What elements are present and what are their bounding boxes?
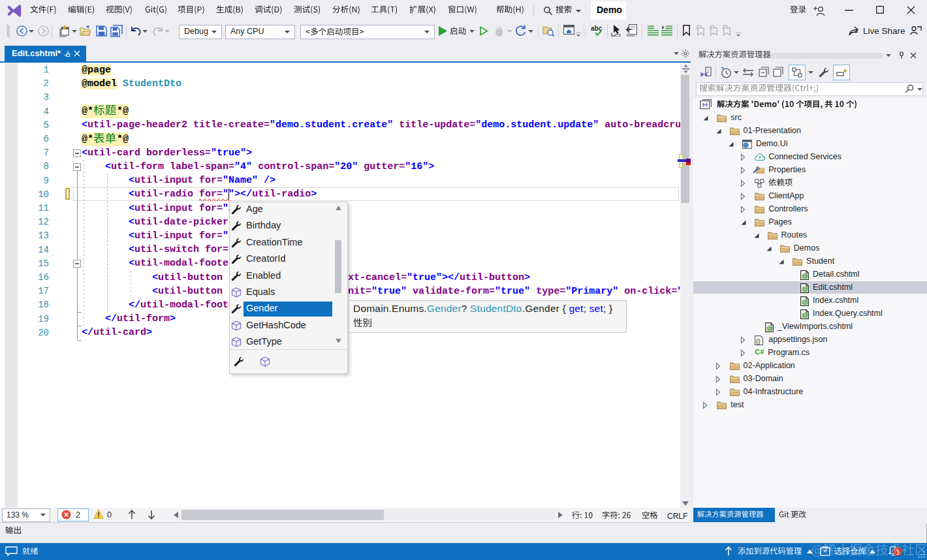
svg-text:@: @ (802, 311, 808, 319)
svg-text:@: @ (802, 298, 808, 305)
svg-text:{}: {} (756, 338, 761, 345)
svg-text:@: @ (802, 285, 808, 292)
svg-text:@: @ (802, 272, 808, 279)
svg-text:@: @ (766, 324, 773, 332)
